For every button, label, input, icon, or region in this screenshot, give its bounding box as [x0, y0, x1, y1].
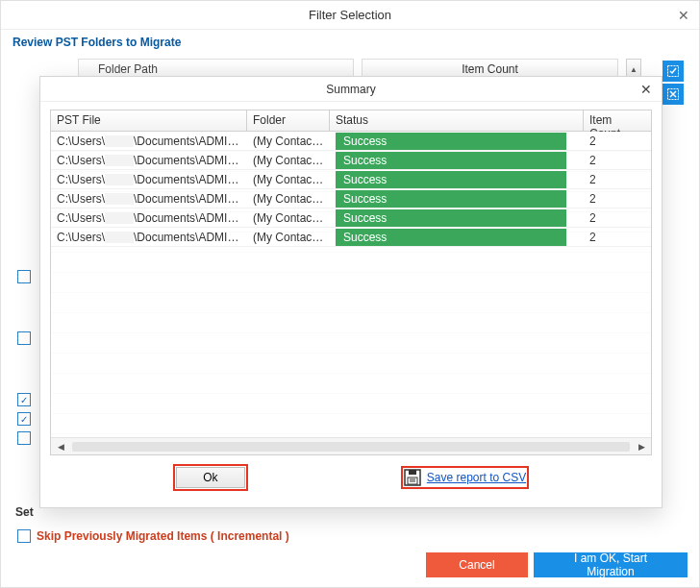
grid-header: PST File Folder Status Item Count	[51, 110, 651, 132]
dialog-close-icon[interactable]: ✕	[640, 82, 652, 97]
cell-pst-file: C:\Users\\Documents\ADMINI...	[51, 173, 247, 186]
check-3[interactable]	[17, 393, 31, 406]
horizontal-scrollbar[interactable]: ◀ ▶	[51, 437, 651, 454]
col-status[interactable]: Status	[330, 110, 584, 131]
cell-item-count: 2	[584, 135, 651, 148]
cell-pst-file: C:\Users\\Documents\ADMINI...	[51, 192, 247, 206]
status-badge: Success	[336, 229, 566, 246]
deselect-all-icon[interactable]	[662, 84, 684, 105]
cell-folder: (My Contacts)	[247, 231, 330, 244]
cell-item-count: 2	[584, 173, 651, 186]
cell-status: Success	[330, 171, 584, 188]
summary-dialog: Summary ✕ PST File Folder Status Item Co…	[39, 76, 662, 508]
check-5[interactable]	[17, 431, 31, 445]
select-all-icon[interactable]	[662, 61, 684, 82]
cell-status: Success	[330, 152, 584, 169]
table-row[interactable]: C:\Users\\Documents\ADMINI...(My Contact…	[51, 151, 651, 170]
main-window: Filter Selection ✕ Review PST Folders to…	[0, 0, 700, 588]
cell-pst-file: C:\Users\\Documents\ADMINI...	[51, 211, 247, 225]
cell-folder: (My Contacts)	[247, 173, 330, 186]
ok-button[interactable]: Ok	[176, 467, 245, 488]
close-icon[interactable]: ✕	[678, 8, 689, 23]
start-migration-button[interactable]: I am OK, Start Migration	[534, 552, 688, 577]
save-report-link[interactable]: Save report to CSV	[404, 469, 526, 486]
check-2[interactable]	[17, 331, 31, 345]
cancel-button[interactable]: Cancel	[426, 552, 528, 577]
cell-item-count: 2	[584, 192, 651, 206]
scroll-left-icon[interactable]: ◀	[53, 440, 68, 453]
summary-grid: PST File Folder Status Item Count C:\Use…	[50, 110, 652, 455]
table-row[interactable]: C:\Users\\Documents\ADMINI...(My Contact…	[51, 228, 651, 247]
cell-folder: (My Contacts)	[247, 192, 330, 206]
skip-label: Skip Previously Migrated Items ( Increme…	[37, 529, 289, 543]
grid-body: C:\Users\\Documents\ADMINI...(My Contact…	[51, 132, 651, 437]
status-badge: Success	[336, 133, 566, 150]
page-subtitle: Review PST Folders to Migrate	[1, 30, 699, 55]
status-badge: Success	[336, 209, 566, 227]
skip-checkbox[interactable]	[17, 529, 31, 543]
scroll-thumb[interactable]	[72, 442, 630, 452]
check-1[interactable]	[17, 270, 31, 283]
skip-migrated-toggle[interactable]: Skip Previously Migrated Items ( Increme…	[17, 529, 289, 543]
table-row[interactable]: C:\Users\\Documents\ADMINI...(My Contact…	[51, 132, 651, 151]
svg-rect-3	[409, 470, 416, 475]
cell-item-count: 2	[584, 154, 651, 167]
col-pst-file[interactable]: PST File	[51, 110, 247, 131]
col-item-count[interactable]: Item Count	[584, 110, 651, 131]
col-folder[interactable]: Folder	[247, 110, 330, 131]
cell-status: Success	[330, 229, 584, 246]
dialog-actions: Ok Save report to CSV	[40, 467, 662, 488]
cell-item-count: 2	[584, 231, 651, 244]
check-4[interactable]	[17, 412, 31, 426]
status-badge: Success	[336, 171, 566, 188]
cell-folder: (My Contacts)	[247, 211, 330, 225]
cell-folder: (My Contacts)	[247, 135, 330, 148]
cell-item-count: 2	[584, 211, 651, 225]
status-badge: Success	[336, 152, 566, 169]
left-check-column	[17, 270, 31, 445]
save-report-label: Save report to CSV	[427, 471, 526, 484]
table-row[interactable]: C:\Users\\Documents\ADMINI...(My Contact…	[51, 189, 651, 208]
titlebar: Filter Selection ✕	[1, 1, 699, 30]
table-row[interactable]: C:\Users\\Documents\ADMINI...(My Contact…	[51, 170, 651, 189]
cell-pst-file: C:\Users\\Documents\ADMINI...	[51, 231, 247, 244]
dialog-title: Summary	[326, 83, 375, 96]
cell-status: Success	[330, 209, 584, 227]
right-toolbar	[662, 61, 684, 105]
table-row[interactable]: C:\Users\\Documents\ADMINI...(My Contact…	[51, 208, 651, 228]
footer-buttons: Cancel I am OK, Start Migration	[426, 552, 688, 577]
cell-status: Success	[330, 133, 584, 150]
status-badge: Success	[336, 190, 566, 208]
cell-folder: (My Contacts)	[247, 154, 330, 167]
window-title: Filter Selection	[309, 8, 391, 22]
scroll-right-icon[interactable]: ▶	[634, 440, 649, 453]
save-icon	[404, 469, 421, 486]
dialog-titlebar: Summary ✕	[40, 77, 662, 102]
cell-pst-file: C:\Users\\Documents\ADMINI...	[51, 135, 247, 148]
cell-pst-file: C:\Users\\Documents\ADMINI...	[51, 154, 247, 167]
settings-label: Set	[15, 505, 34, 519]
cell-status: Success	[330, 190, 584, 208]
